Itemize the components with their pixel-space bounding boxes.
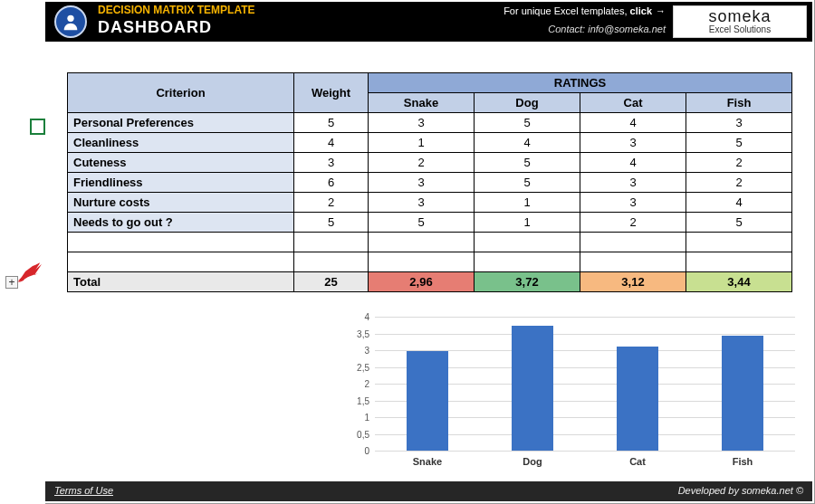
chart-ytick: 1,5: [342, 395, 369, 405]
rating-cell[interactable]: 5: [686, 213, 792, 233]
rating-cell[interactable]: 1: [369, 133, 475, 153]
rating-cell[interactable]: 5: [369, 213, 475, 233]
empty-cell[interactable]: [580, 252, 686, 272]
rating-cell[interactable]: 5: [475, 153, 580, 173]
active-cell-cursor: [30, 119, 45, 135]
rating-cell[interactable]: 3: [369, 173, 475, 193]
chart-bar: [407, 351, 448, 451]
rating-cell[interactable]: 1: [475, 193, 580, 213]
template-title: DECISION MATRIX TEMPLATE: [98, 4, 255, 16]
logo-line2: Excel Solutions: [674, 24, 806, 34]
criterion-weight[interactable]: 2: [294, 193, 369, 213]
rating-cell[interactable]: 4: [686, 193, 792, 213]
terms-of-use-link[interactable]: Terms of Use: [54, 485, 113, 496]
criterion-weight[interactable]: 5: [294, 113, 369, 133]
chart-ytick: 2: [342, 379, 369, 389]
chart-bar: [722, 336, 763, 451]
chart-plot-area: SnakeDogCatFish: [375, 317, 795, 451]
someka-logo[interactable]: someka Excel Solutions: [673, 5, 807, 38]
decision-matrix-table: Criterion Weight RATINGS SnakeDogCatFish…: [67, 72, 792, 292]
criterion-name[interactable]: Nurture costs: [68, 193, 294, 213]
empty-cell[interactable]: [686, 233, 792, 252]
empty-cell[interactable]: [369, 233, 475, 252]
col-option-cat[interactable]: Cat: [580, 93, 686, 113]
chart-ytick: 3: [342, 346, 369, 356]
criterion-name[interactable]: Cleanliness: [68, 133, 294, 153]
empty-cell[interactable]: [475, 252, 580, 272]
dashboard-label: DASHBOARD: [98, 18, 212, 37]
empty-cell[interactable]: [369, 252, 475, 272]
total-weight: 25: [294, 272, 369, 292]
arrow-right-icon: →: [656, 5, 666, 16]
empty-cell[interactable]: [68, 233, 294, 252]
chart-xlabel: Dog: [496, 456, 569, 467]
rating-cell[interactable]: 2: [686, 173, 792, 193]
score-chart: SnakeDogCatFish 00,511,522,533,54: [342, 317, 795, 471]
rating-cell[interactable]: 4: [580, 113, 686, 133]
rating-cell[interactable]: 5: [475, 113, 580, 133]
red-arrow-annotation: [16, 262, 43, 286]
rating-cell[interactable]: 2: [686, 153, 792, 173]
rating-cell[interactable]: 3: [580, 173, 686, 193]
criterion-name[interactable]: Cuteness: [68, 153, 294, 173]
total-label: Total: [68, 272, 294, 292]
chart-xlabel: Cat: [601, 456, 674, 467]
criterion-name[interactable]: Personal Preferences: [68, 113, 294, 133]
chart-bar: [617, 347, 658, 451]
template-footer: Terms of Use Developed by someka.net ©: [45, 481, 812, 501]
empty-cell[interactable]: [686, 252, 792, 272]
svg-point-3: [67, 15, 73, 22]
rating-cell[interactable]: 3: [369, 113, 475, 133]
rating-cell[interactable]: 3: [369, 193, 475, 213]
criterion-weight[interactable]: 6: [294, 173, 369, 193]
col-option-snake[interactable]: Snake: [369, 93, 475, 113]
criterion-weight[interactable]: 5: [294, 213, 369, 233]
outline-gutter: +: [0, 0, 45, 504]
chart-bar: [512, 326, 553, 451]
template-header: DECISION MATRIX TEMPLATE DASHBOARD For u…: [45, 2, 812, 42]
rating-cell[interactable]: 3: [580, 193, 686, 213]
chart-ytick: 3,5: [342, 328, 369, 338]
criterion-weight[interactable]: 4: [294, 133, 369, 153]
rating-cell[interactable]: 4: [580, 153, 686, 173]
chart-xlabel: Fish: [706, 456, 779, 467]
templates-link-text: For unique Excel templates,: [503, 5, 629, 16]
rating-cell[interactable]: 5: [475, 173, 580, 193]
chart-ytick: 0,5: [342, 429, 369, 439]
criterion-name[interactable]: Friendliness: [68, 173, 294, 193]
empty-cell[interactable]: [294, 233, 369, 252]
empty-cell[interactable]: [68, 252, 294, 272]
worksheet: DECISION MATRIX TEMPLATE DASHBOARD For u…: [45, 0, 815, 504]
chart-xlabel: Snake: [391, 456, 464, 467]
excel-viewport: + DECISION MATRIX TEMPLATE DASHBOARD For…: [0, 0, 815, 504]
rating-cell[interactable]: 4: [475, 133, 580, 153]
total-score: 2,96: [369, 272, 475, 292]
chart-ytick: 0: [342, 446, 369, 456]
templates-link[interactable]: For unique Excel templates, click→: [503, 5, 666, 16]
logo-line1: someka: [674, 6, 806, 24]
contact-text: Contact: info@someka.net: [548, 24, 666, 34]
rating-cell[interactable]: 2: [369, 153, 475, 173]
total-score: 3,72: [475, 272, 580, 292]
criterion-weight[interactable]: 3: [294, 153, 369, 173]
decision-matrix-table-area: Criterion Weight RATINGS SnakeDogCatFish…: [67, 72, 791, 292]
total-score: 3,44: [686, 272, 792, 292]
chart-ytick: 2,5: [342, 362, 369, 372]
svg-marker-2: [18, 263, 40, 282]
rating-cell[interactable]: 5: [686, 133, 792, 153]
developed-by: Developed by someka.net ©: [678, 485, 803, 496]
col-weight[interactable]: Weight: [294, 73, 369, 113]
rating-cell[interactable]: 3: [686, 113, 792, 133]
empty-cell[interactable]: [580, 233, 686, 252]
col-criterion[interactable]: Criterion: [68, 73, 294, 113]
rating-cell[interactable]: 2: [580, 213, 686, 233]
empty-cell[interactable]: [475, 233, 580, 252]
rating-cell[interactable]: 1: [475, 213, 580, 233]
rating-cell[interactable]: 3: [580, 133, 686, 153]
chart-ytick: 1: [342, 413, 369, 423]
criterion-name[interactable]: Needs to go out ?: [68, 213, 294, 233]
col-option-dog[interactable]: Dog: [475, 93, 580, 113]
col-option-fish[interactable]: Fish: [686, 93, 792, 113]
templates-link-bold: click: [630, 5, 652, 16]
empty-cell[interactable]: [294, 252, 369, 272]
